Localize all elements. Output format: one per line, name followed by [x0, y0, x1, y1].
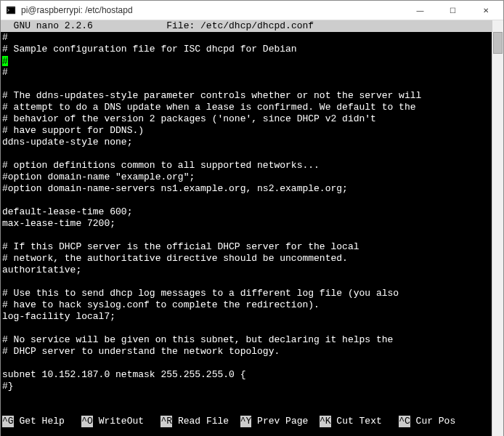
editor-line: # option definitions common to all suppo… — [2, 160, 490, 171]
editor-line: max-lease-time 7200; — [2, 218, 490, 230]
editor-line: # have support for DDNS.) — [2, 125, 490, 137]
maximize-button[interactable]: ☐ — [436, 1, 469, 20]
nano-header-spacer — [93, 20, 166, 31]
editor-line — [2, 230, 490, 241]
window-controls: — ☐ ✕ — [404, 1, 502, 20]
nano-version: GNU nano 2.2.6 — [2, 20, 93, 31]
editor-line: # — [2, 32, 490, 44]
nano-help-bar: ^G Get Help ^O WriteOut ^R Read File ^Y … — [1, 392, 492, 436]
editor-line: # — [2, 67, 490, 78]
editor-line — [2, 195, 490, 206]
scrollbar[interactable] — [492, 20, 503, 436]
editor-content[interactable]: ## Sample configuration file for ISC dhc… — [1, 32, 492, 392]
help-key: ^O — [81, 416, 93, 427]
app-window: pi@raspberrypi: /etc/hostapd — ☐ ✕ GNU n… — [0, 0, 504, 436]
editor-line — [2, 78, 490, 90]
help-label: Read File — [172, 416, 240, 427]
help-key: ^K — [320, 416, 331, 427]
terminal-icon — [5, 4, 17, 16]
terminal-area: GNU nano 2.2.6 File: /etc/dhcp/dhcpd.con… — [1, 20, 503, 436]
editor-line: # have to hack syslog.conf to complete t… — [2, 299, 490, 311]
editor-line: default-lease-time 600; — [2, 206, 490, 218]
editor-line: # behavior of the version 2 packages ('n… — [2, 113, 490, 125]
help-key: ^G — [2, 416, 14, 427]
close-button[interactable]: ✕ — [469, 1, 502, 20]
scroll-thumb[interactable] — [493, 32, 503, 54]
window-title: pi@raspberrypi: /etc/hostapd — [21, 5, 404, 15]
editor-line: # — [2, 55, 490, 67]
cursor: # — [2, 56, 8, 66]
terminal[interactable]: GNU nano 2.2.6 File: /etc/dhcp/dhcpd.con… — [1, 20, 492, 436]
editor-line: log-facility local7; — [2, 311, 490, 323]
editor-line: authoritative; — [2, 265, 490, 276]
editor-line: # attempt to do a DNS update when a leas… — [2, 102, 490, 113]
editor-line: # If this DHCP server is the official DH… — [2, 241, 490, 253]
minimize-button[interactable]: — — [404, 1, 436, 20]
editor-line — [2, 148, 490, 160]
help-label: WriteOut — [93, 416, 161, 427]
editor-line — [2, 358, 490, 369]
help-label: Cut Text — [331, 416, 399, 427]
editor-line: # network, the authoritative directive s… — [2, 253, 490, 265]
editor-line — [2, 276, 490, 288]
editor-line: #} — [2, 381, 490, 392]
help-key: ^R — [160, 416, 172, 427]
editor-line: # Use this to send dhcp log messages to … — [2, 288, 490, 299]
editor-line: ddns-update-style none; — [2, 137, 490, 148]
editor-line: # No service will be given on this subne… — [2, 334, 490, 346]
help-label: Cur Pos — [410, 416, 479, 427]
editor-line: #option domain-name "example.org"; — [2, 171, 490, 183]
nano-file-label: File: /etc/dhcp/dhcpd.conf — [166, 20, 314, 31]
editor-line: # DHCP server to understand the network … — [2, 346, 490, 358]
help-key: ^Y — [240, 416, 252, 427]
help-row-1: ^G Get Help ^O WriteOut ^R Read File ^Y … — [2, 416, 490, 427]
help-label: Get Help — [14, 416, 82, 427]
window-titlebar[interactable]: pi@raspberrypi: /etc/hostapd — ☐ ✕ — [1, 1, 503, 20]
help-label: Prev Page — [251, 416, 320, 427]
help-key: ^C — [399, 416, 410, 427]
nano-header: GNU nano 2.2.6 File: /etc/dhcp/dhcpd.con… — [1, 20, 492, 32]
editor-line — [2, 323, 490, 334]
editor-line: #option domain-name-servers ns1.example.… — [2, 183, 490, 195]
editor-line: # The ddns-updates-style parameter contr… — [2, 90, 490, 102]
editor-line: # Sample configuration file for ISC dhcp… — [2, 44, 490, 55]
editor-line: subnet 10.152.187.0 netmask 255.255.255.… — [2, 369, 490, 381]
